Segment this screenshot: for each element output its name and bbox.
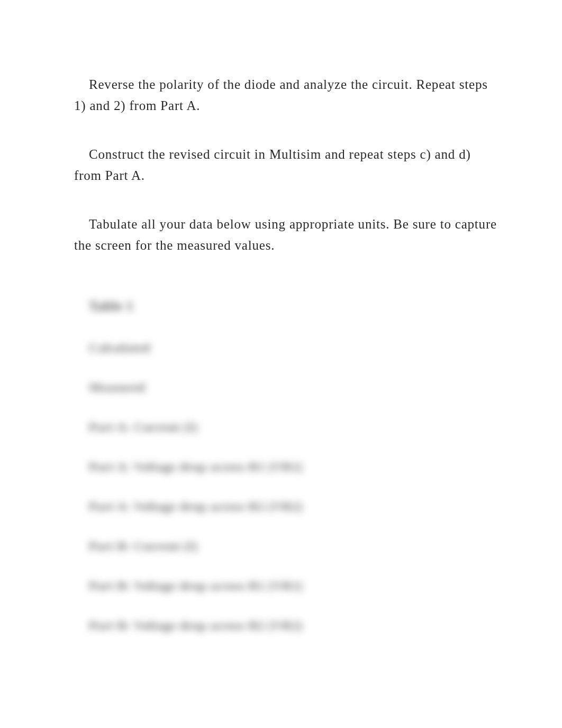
blurred-content-block: Table 1 Calculated Measured Part A: Curr… bbox=[74, 298, 498, 633]
blurred-table-title: Table 1 bbox=[89, 298, 498, 314]
blurred-row: Part A: Voltage drop across R2 (VR2) bbox=[89, 499, 498, 514]
blurred-row: Calculated bbox=[89, 341, 498, 355]
paragraph-2: Construct the revised circuit in Multisi… bbox=[74, 144, 498, 186]
blurred-row: Part B: Voltage drop across R1 (VR1) bbox=[89, 579, 498, 593]
paragraph-1: Reverse the polarity of the diode and an… bbox=[74, 74, 498, 116]
blurred-row: Part B: Current (I) bbox=[89, 539, 498, 553]
blurred-row: Part A: Current (I) bbox=[89, 420, 498, 434]
blurred-row: Measured bbox=[89, 380, 498, 395]
blurred-row: Part B: Voltage drop across R2 (VR2) bbox=[89, 618, 498, 633]
paragraph-3: Tabulate all your data below using appro… bbox=[74, 214, 498, 256]
blurred-row: Part A: Voltage drop across R1 (VR1) bbox=[89, 460, 498, 474]
document-page: Reverse the polarity of the diode and an… bbox=[0, 0, 562, 728]
